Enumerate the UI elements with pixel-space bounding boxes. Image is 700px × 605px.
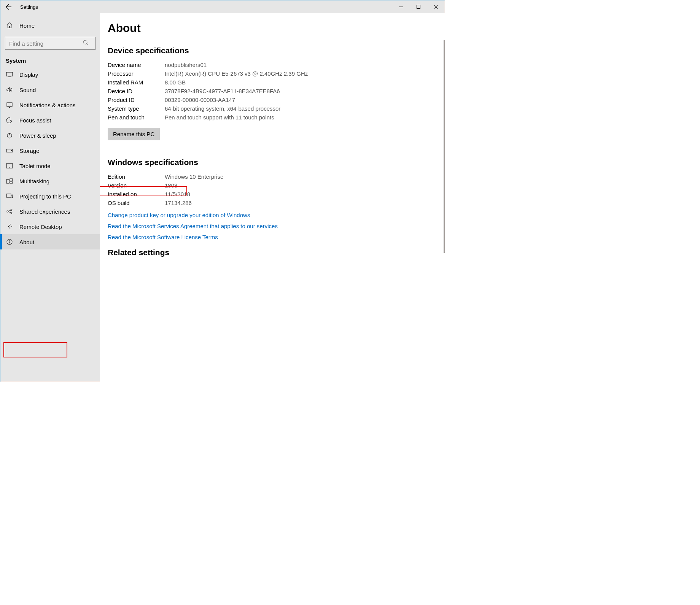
svg-point-4 xyxy=(83,40,87,44)
spec-pen-touch: Pen and touchPen and touch support with … xyxy=(108,113,437,122)
sidebar-item-multitasking[interactable]: Multitasking xyxy=(0,173,100,189)
power-icon xyxy=(6,132,13,139)
spec-device-id: Device ID37878F92-4B9C-4977-AF11-8E34A7E… xyxy=(108,87,437,95)
moon-icon xyxy=(6,116,13,124)
svg-point-19 xyxy=(7,211,8,212)
svg-line-5 xyxy=(87,44,88,45)
sidebar-item-display[interactable]: Display xyxy=(0,67,100,82)
svg-point-14 xyxy=(9,167,10,168)
category-header: System xyxy=(0,54,100,67)
sidebar-item-shared[interactable]: Shared experiences xyxy=(0,204,100,219)
home-icon xyxy=(6,22,13,29)
sidebar-item-storage[interactable]: Storage xyxy=(0,143,100,158)
search-icon xyxy=(83,40,89,47)
display-icon xyxy=(6,71,13,78)
link-license-terms[interactable]: Read the Microsoft Software License Term… xyxy=(108,234,437,240)
sidebar-item-projecting[interactable]: Projecting to this PC xyxy=(0,189,100,204)
svg-line-23 xyxy=(8,212,11,213)
nav-label: Projecting to this PC xyxy=(19,193,71,200)
sidebar-item-focus-assist[interactable]: Focus assist xyxy=(0,113,100,128)
svg-rect-8 xyxy=(7,103,12,106)
shared-icon xyxy=(6,208,13,215)
info-icon xyxy=(6,238,13,246)
sound-icon xyxy=(6,86,13,94)
windows-spec-header: Windows specifications xyxy=(108,158,437,167)
sidebar-item-sound[interactable]: Sound xyxy=(0,82,100,97)
svg-rect-16 xyxy=(10,179,13,181)
spec-product-id: Product ID00329-00000-00003-AA147 xyxy=(108,95,437,104)
titlebar: Settings xyxy=(0,0,445,13)
multitasking-icon xyxy=(6,177,13,185)
nav-label: Storage xyxy=(19,148,40,154)
svg-rect-17 xyxy=(10,182,13,183)
spec-edition: EditionWindows 10 Enterprise xyxy=(108,172,437,181)
nav-label: Focus assist xyxy=(19,117,51,124)
home-label: Home xyxy=(19,22,35,29)
back-button[interactable] xyxy=(0,0,17,13)
sidebar-item-about[interactable]: About xyxy=(0,234,100,249)
spec-ram: Installed RAM8.00 GB xyxy=(108,78,437,87)
spec-version: Version1803 xyxy=(108,181,437,190)
link-product-key[interactable]: Change product key or upgrade your editi… xyxy=(108,212,437,218)
scrollbar[interactable] xyxy=(444,40,445,253)
spec-os-build: OS build17134.286 xyxy=(108,198,437,207)
home-nav[interactable]: Home xyxy=(0,18,100,33)
svg-point-26 xyxy=(9,240,10,241)
svg-rect-1 xyxy=(417,5,420,9)
sidebar-item-notifications[interactable]: Notifications & actions xyxy=(0,97,100,113)
spec-installed-on: Installed on11/5/2018 xyxy=(108,190,437,198)
page-title: About xyxy=(108,22,437,35)
spec-device-name: Device namenodpublishers01 xyxy=(108,60,437,69)
rename-pc-button[interactable]: Rename this PC xyxy=(108,128,160,140)
nav-label: Power & sleep xyxy=(19,132,56,139)
svg-line-22 xyxy=(8,210,11,211)
notifications-icon xyxy=(6,101,13,109)
link-services-agreement[interactable]: Read the Microsoft Services Agreement th… xyxy=(108,223,437,229)
nav-label: Shared experiences xyxy=(19,208,70,215)
maximize-button[interactable] xyxy=(410,0,427,13)
search-input[interactable] xyxy=(5,37,95,50)
sidebar-item-tablet[interactable]: Tablet mode xyxy=(0,158,100,173)
related-settings-header: Related settings xyxy=(108,248,437,257)
close-button[interactable] xyxy=(427,0,445,13)
svg-point-20 xyxy=(11,209,12,211)
svg-rect-18 xyxy=(6,194,11,197)
nav-label: About xyxy=(19,239,34,245)
spec-system-type: System type64-bit operating system, x64-… xyxy=(108,104,437,113)
nav-label: Display xyxy=(19,71,38,78)
sidebar-item-power[interactable]: Power & sleep xyxy=(0,128,100,143)
window-title: Settings xyxy=(17,4,38,10)
nav-label: Sound xyxy=(19,87,36,93)
nav-label: Notifications & actions xyxy=(19,102,76,108)
spec-processor: ProcessorIntel(R) Xeon(R) CPU E5-2673 v3… xyxy=(108,69,437,78)
tablet-icon xyxy=(6,162,13,170)
svg-point-12 xyxy=(11,150,12,151)
svg-rect-15 xyxy=(6,179,9,183)
device-spec-header: Device specifications xyxy=(108,46,437,55)
storage-icon xyxy=(6,147,13,154)
nav-label: Multitasking xyxy=(19,178,49,184)
nav-label: Tablet mode xyxy=(19,163,51,169)
svg-point-21 xyxy=(11,212,12,214)
projecting-icon xyxy=(6,192,13,200)
nav-label: Remote Desktop xyxy=(19,224,62,230)
sidebar: Home System Display Sound Notifications … xyxy=(0,13,100,382)
content-pane: About Device specifications Device namen… xyxy=(100,13,445,382)
remote-icon xyxy=(6,223,13,230)
svg-rect-6 xyxy=(6,72,13,76)
sidebar-item-remote[interactable]: Remote Desktop xyxy=(0,219,100,234)
minimize-button[interactable] xyxy=(392,0,410,13)
